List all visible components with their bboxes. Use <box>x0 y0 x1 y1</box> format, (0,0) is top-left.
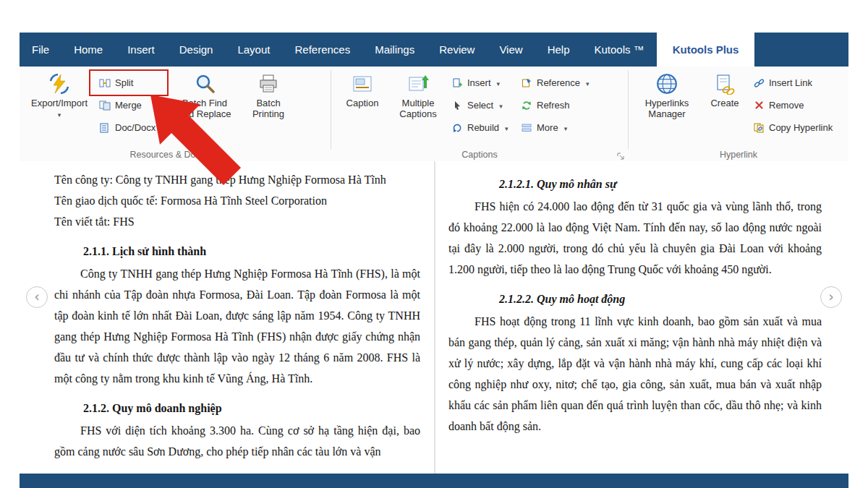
hyperlinks-manager-label-1: Hyperlinks <box>645 98 689 108</box>
tab-insert[interactable]: Insert <box>115 33 167 67</box>
bottom-bar <box>20 474 848 488</box>
captions-insert-label: Insert <box>467 77 491 88</box>
captions-more-icon <box>521 122 532 133</box>
captions-more-caret-icon <box>563 122 568 133</box>
captions-insert-button[interactable]: Insert <box>447 72 516 94</box>
tab-mailings[interactable]: Mailings <box>362 33 427 67</box>
caption-icon <box>352 72 373 95</box>
multiple-captions-label-1: Multiple <box>402 98 435 108</box>
captions-rebuild-label: Rebuild <box>467 122 499 133</box>
tab-design[interactable]: Design <box>167 33 226 67</box>
hyperlinks-manager-label-2: Manager <box>648 108 685 119</box>
merge-label: Merge <box>115 100 142 111</box>
remove-hyperlink-label: Remove <box>769 100 804 111</box>
document-right-page[interactable]: 2.1.2.1. Quy mô nhân sự FHS hiện có 24.0… <box>448 161 822 474</box>
ribbon: Export/Import Split <box>20 67 848 162</box>
create-hyperlink-button[interactable]: Create <box>701 70 749 108</box>
create-hyperlink-icon <box>714 72 736 95</box>
group-hyperlink: Hyperlinks Manager Create <box>629 67 848 161</box>
captions-reference-caret-icon <box>584 77 590 88</box>
doc-right-heading-1: 2.1.2.1. Quy mô nhân sự <box>499 174 822 194</box>
batch-printing-button[interactable]: Batch Printing <box>239 70 297 119</box>
batch-find-replace-label-2: and Replace <box>179 108 231 119</box>
export-import-label: Export/Import <box>31 98 88 108</box>
caption-label: Caption <box>346 98 379 108</box>
resources-small-buttons: Split Merge <box>95 72 170 139</box>
captions-refresh-button[interactable]: Refresh <box>516 94 602 116</box>
doc-docx-icon <box>99 122 111 133</box>
captions-select-caret-icon <box>498 100 503 111</box>
captions-insert-icon <box>451 77 463 88</box>
doc-right-paragraph-1: FHS hiện có 24.000 lao động đến từ 31 qu… <box>448 196 822 280</box>
tab-view[interactable]: View <box>487 33 535 67</box>
tab-file[interactable]: File <box>20 33 61 67</box>
tab-references[interactable]: References <box>282 33 362 67</box>
screenshot-root: File Home Insert Design Layout Reference… <box>0 0 868 488</box>
batch-printing-label-2: Printing <box>252 108 284 119</box>
captions-menu-column-2: Reference Refresh <box>516 72 602 139</box>
word-window: File Home Insert Design Layout Reference… <box>20 33 848 488</box>
merge-icon <box>99 100 111 111</box>
captions-more-label: More <box>537 122 558 133</box>
remove-hyperlink-icon <box>753 100 765 111</box>
tab-home[interactable]: Home <box>61 33 115 67</box>
batch-find-replace-label-1: Batch Find <box>182 98 227 108</box>
captions-select-icon <box>451 100 463 111</box>
batch-find-replace-icon <box>194 72 216 95</box>
document-left-page[interactable]: Tên công ty: Công ty TNHH gang thép Hưng… <box>54 161 420 474</box>
multiple-captions-button[interactable]: Multiple Captions <box>389 70 447 119</box>
split-label: Split <box>115 77 133 88</box>
captions-select-label: Select <box>467 100 493 111</box>
batch-printing-icon <box>258 72 279 95</box>
remove-hyperlink-button[interactable]: Remove <box>749 94 837 116</box>
previous-page-button[interactable] <box>26 286 48 308</box>
tab-layout[interactable]: Layout <box>225 33 282 67</box>
captions-reference-label: Reference <box>537 77 580 88</box>
captions-select-button[interactable]: Select <box>447 94 516 116</box>
insert-link-icon <box>753 77 765 88</box>
split-button[interactable]: Split <box>95 72 170 94</box>
multiple-captions-icon <box>407 72 429 95</box>
tab-review[interactable]: Review <box>427 33 487 67</box>
batch-find-replace-button[interactable]: Batch Find and Replace <box>170 70 239 119</box>
document-area: Tên công ty: Công ty TNHH gang thép Hưng… <box>20 161 848 474</box>
captions-refresh-label: Refresh <box>537 100 570 111</box>
merge-button[interactable]: Merge <box>95 94 170 116</box>
group-resources-documents: Export/Import Split <box>20 67 331 161</box>
group-label-captions: Captions <box>331 150 628 160</box>
doc-right-paragraph-2: FHS hoạt động trong 11 lĩnh vực kinh doa… <box>448 311 822 437</box>
page-divider <box>434 161 435 474</box>
caption-button[interactable]: Caption <box>336 70 389 108</box>
copy-hyperlink-button[interactable]: Copy Hyperlink <box>749 116 837 139</box>
doc-left-heading-2: 2.1.2. Quy mô doanh nghiệp <box>83 398 420 419</box>
hyperlinks-manager-button[interactable]: Hyperlinks Manager <box>633 70 701 119</box>
doc-docx-label: Doc/Docx <box>115 122 156 133</box>
hyperlink-small-buttons: Insert Link Remove <box>749 72 837 139</box>
export-import-caret-icon <box>58 108 61 119</box>
ribbon-tab-bar: File Home Insert Design Layout Reference… <box>20 33 848 67</box>
multiple-captions-label-2: Captions <box>399 108 436 119</box>
captions-rebuild-caret-icon <box>503 122 509 133</box>
captions-insert-caret-icon <box>495 77 501 88</box>
tab-kutools[interactable]: Kutools ™ <box>582 33 657 67</box>
doc-left-paragraph-2: FHS với diện tích khoảng 3.300 ha. Cùng … <box>54 420 420 462</box>
hyperlinks-manager-icon <box>655 72 678 95</box>
captions-rebuild-icon <box>451 122 463 133</box>
captions-dialog-launcher[interactable] <box>616 150 625 159</box>
group-label-resources: Resources & Docum... <box>20 150 331 160</box>
group-label-hyperlink: Hyperlink <box>629 150 848 160</box>
captions-reference-button[interactable]: Reference <box>516 72 602 94</box>
tab-kutools-plus[interactable]: Kutools Plus <box>657 33 755 67</box>
next-page-button[interactable] <box>820 286 842 308</box>
captions-menu-column-1: Insert Select <box>447 72 516 139</box>
split-icon <box>99 77 111 88</box>
insert-link-button[interactable]: Insert Link <box>749 72 837 94</box>
copy-hyperlink-icon <box>753 122 765 133</box>
export-import-button[interactable]: Export/Import <box>24 70 95 119</box>
captions-more-button[interactable]: More <box>516 116 602 139</box>
captions-rebuild-button[interactable]: Rebuild <box>447 116 516 139</box>
insert-link-label: Insert Link <box>769 77 812 88</box>
doc-docx-button[interactable]: Doc/Docx <box>95 116 170 139</box>
doc-left-paragraph-1: Công ty TNHH gang thép Hưng Nghiệp Formo… <box>54 263 420 389</box>
tab-help[interactable]: Help <box>535 33 582 67</box>
